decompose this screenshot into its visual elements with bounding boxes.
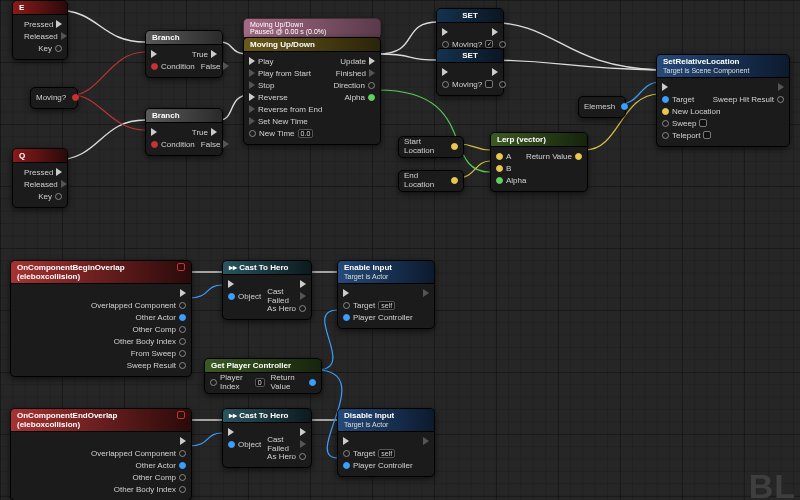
node-cast-1[interactable]: ▸▸ Cast To Hero ObjectCast Failed As Her…	[222, 260, 312, 320]
node-var-moving[interactable]: Moving?	[30, 87, 78, 109]
node-setrelloc[interactable]: SetRelativeLocationTarget is Scene Compo…	[656, 54, 790, 147]
node-title: Q	[13, 149, 67, 163]
node-set-2[interactable]: SET Moving?	[436, 48, 504, 96]
checkbox-icon[interactable]: ✓	[485, 40, 493, 48]
node-title: E	[13, 1, 67, 15]
checkbox-icon[interactable]	[485, 80, 493, 88]
node-branch-1[interactable]: Branch True ConditionFalse	[145, 30, 223, 78]
node-enable-input[interactable]: Enable InputTarget is Actor Targetself P…	[337, 260, 435, 329]
node-var-startloc[interactable]: Start Location	[398, 136, 464, 158]
node-endoverlap[interactable]: OnComponentEndOverlap (eleboxcollision) …	[10, 408, 192, 500]
node-branch-2[interactable]: Branch True ConditionFalse	[145, 108, 223, 156]
node-lerp[interactable]: Lerp (vector) AReturn Value B Alpha	[490, 132, 588, 192]
delegate-pin-icon	[177, 411, 185, 419]
node-input-e[interactable]: E Pressed Released Key	[12, 0, 68, 60]
node-timeline[interactable]: Moving Up/Down PlayUpdate Play from Star…	[243, 37, 381, 145]
node-var-elemesh[interactable]: Elemesh	[578, 96, 626, 118]
watermark: BL	[749, 467, 796, 500]
node-getpc[interactable]: Get Player Controller Player Index0Retur…	[204, 358, 322, 394]
timeline-comment: Moving Up/Down Paused @ 0.00 s (0.0%)	[243, 18, 381, 38]
delegate-pin-icon	[177, 263, 185, 271]
node-disable-input[interactable]: Disable InputTarget is Actor Targetself …	[337, 408, 435, 477]
node-input-q[interactable]: Q Pressed Released Key	[12, 148, 68, 208]
node-var-endloc[interactable]: End Location	[398, 170, 464, 192]
node-beginoverlap[interactable]: OnComponentBeginOverlap (eleboxcollision…	[10, 260, 192, 377]
node-cast-2[interactable]: ▸▸ Cast To Hero ObjectCast Failed As Her…	[222, 408, 312, 468]
